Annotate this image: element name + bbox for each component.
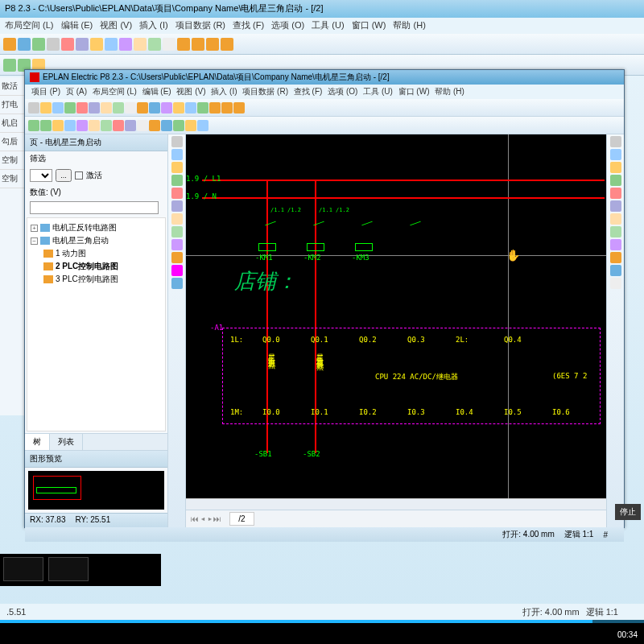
toolbar-icon[interactable] <box>18 38 31 51</box>
tool-icon[interactable] <box>610 200 621 212</box>
tool-icon[interactable] <box>171 188 183 199</box>
tool-icon[interactable] <box>171 136 183 147</box>
toolbar-icon[interactable] <box>163 38 175 51</box>
tool-icon[interactable] <box>171 162 183 173</box>
toolbar-icon[interactable] <box>61 38 74 51</box>
menu-page[interactable]: 页 (A) <box>66 87 87 96</box>
page-tree[interactable]: +电机正反转电路图 −电机星三角启动 1 动力图 2 PLC控制电路图 3 PL… <box>27 217 166 431</box>
tool-icon[interactable] <box>610 175 621 186</box>
tab-nav-arrows[interactable]: ⏮ ◀ ▶ ⏭ <box>186 514 226 523</box>
tb-icon[interactable] <box>101 120 112 131</box>
tb-icon[interactable] <box>89 102 100 114</box>
tool-icon[interactable] <box>610 188 621 199</box>
toolbar-icon[interactable] <box>192 38 204 51</box>
tb-icon[interactable] <box>76 102 88 114</box>
inner-toolbar-1[interactable] <box>25 99 624 117</box>
tb-icon[interactable] <box>197 102 208 114</box>
tb-icon[interactable] <box>113 120 124 131</box>
menu-edit[interactable]: 编辑 (E) <box>61 20 93 30</box>
stop-button[interactable]: 停止 <box>615 504 641 520</box>
toolbar-icon[interactable] <box>221 38 233 51</box>
menu-tools[interactable]: 工具 (U) <box>312 20 344 30</box>
value-input[interactable] <box>30 201 159 214</box>
toolbar-icon[interactable] <box>148 38 161 51</box>
outer-toolbar-1[interactable] <box>0 34 644 55</box>
menu-options[interactable]: 选项 (O) <box>271 20 304 30</box>
toolbar-icon[interactable] <box>206 38 219 51</box>
menu-window[interactable]: 窗口 (W) <box>352 20 386 30</box>
video-progress[interactable] <box>0 620 644 623</box>
tool-icon[interactable] <box>171 213 183 225</box>
right-toolbox[interactable] <box>606 134 624 527</box>
tree-node[interactable]: 3 PLC控制电路图 <box>31 273 162 286</box>
filter-select[interactable] <box>30 169 52 182</box>
tool-icon[interactable] <box>171 149 183 160</box>
thumb[interactable] <box>3 557 43 581</box>
menu-insert[interactable]: 插入 (I) <box>211 87 237 96</box>
tb-icon[interactable] <box>137 102 148 114</box>
tool-icon[interactable] <box>171 265 183 276</box>
canvas-tabs[interactable]: ⏮ ◀ ▶ ⏭ /2 <box>186 510 606 527</box>
tb-icon[interactable] <box>149 120 160 131</box>
tool-icon[interactable] <box>171 278 183 289</box>
thumb[interactable] <box>48 557 89 581</box>
menu-layout[interactable]: 布局空间 (L) <box>5 20 54 30</box>
video-controls[interactable]: 00:34 <box>0 620 644 644</box>
menu-view[interactable]: 视图 (V) <box>100 20 132 30</box>
tab-tree[interactable]: 树 <box>25 434 50 450</box>
menu-projectdata[interactable]: 项目数据 (R) <box>175 20 225 30</box>
tool-icon[interactable] <box>171 226 183 237</box>
tb-icon[interactable] <box>233 102 245 114</box>
tb-icon[interactable] <box>76 120 88 131</box>
menu-projectdata[interactable]: 项目数据 (R) <box>242 87 288 96</box>
tb-icon[interactable] <box>161 120 172 131</box>
tool-icon[interactable] <box>171 200 183 212</box>
menu-project[interactable]: 项目 (P) <box>31 87 60 96</box>
tool-icon[interactable] <box>171 252 183 263</box>
toolbar-icon[interactable] <box>90 38 103 51</box>
toolbar-icon[interactable] <box>3 59 16 72</box>
tb-icon[interactable] <box>64 120 76 131</box>
tb-icon[interactable] <box>125 102 136 114</box>
tool-icon[interactable] <box>610 239 621 250</box>
toolbar-icon[interactable] <box>32 38 45 51</box>
tb-icon[interactable] <box>173 102 184 114</box>
tb-icon[interactable] <box>113 102 124 114</box>
canvas-tab[interactable]: /2 <box>229 512 254 526</box>
menu-edit[interactable]: 编辑 (E) <box>142 87 171 96</box>
tab-list[interactable]: 列表 <box>50 434 83 450</box>
menu-find[interactable]: 查找 (F) <box>233 20 264 30</box>
tool-icon[interactable] <box>610 252 621 263</box>
toolbar-icon[interactable] <box>177 38 190 51</box>
hscrollbar[interactable] <box>186 498 606 510</box>
tool-icon[interactable] <box>610 213 621 225</box>
tb-icon[interactable] <box>149 102 160 114</box>
menu-options[interactable]: 选项 (O) <box>328 87 357 96</box>
tb-icon[interactable] <box>221 102 233 114</box>
schematic-canvas[interactable]: 1.9 / L1 1.9 / N /1.1 /1.2 /1.1 /1.2 -KM… <box>186 134 606 498</box>
tb-icon[interactable] <box>101 102 112 114</box>
menu-insert[interactable]: 插入 (I) <box>139 20 167 30</box>
tree-node[interactable]: 1 动力图 <box>31 247 162 260</box>
navigator-tabs[interactable]: 树 列表 <box>25 433 167 450</box>
tb-icon[interactable] <box>185 120 196 131</box>
tb-icon[interactable] <box>125 120 136 131</box>
tb-icon[interactable] <box>173 120 184 131</box>
toolbar-icon[interactable] <box>119 38 132 51</box>
inner-toolbar-2[interactable] <box>25 117 624 134</box>
left-toolbox[interactable] <box>168 134 186 527</box>
tool-icon[interactable] <box>610 226 621 237</box>
filter-more-button[interactable]: ... <box>56 169 72 182</box>
menu-find[interactable]: 查找 (F) <box>294 87 323 96</box>
tool-icon[interactable] <box>610 149 621 160</box>
tb-icon[interactable] <box>185 102 196 114</box>
tool-icon[interactable] <box>610 265 621 276</box>
tb-icon[interactable] <box>52 102 64 114</box>
tool-icon[interactable] <box>610 162 621 173</box>
tb-icon[interactable] <box>40 120 52 131</box>
tree-node[interactable]: −电机星三角启动 <box>31 234 162 247</box>
toolbar-icon[interactable] <box>3 38 16 51</box>
inner-menu-bar[interactable]: 项目 (P) 页 (A) 布局空间 (L) 编辑 (E) 视图 (V) 插入 (… <box>25 85 624 99</box>
inner-title-bar[interactable]: EPLAN Electric P8 2.3 - C:\Users\Public\… <box>25 70 624 85</box>
tree-node[interactable]: +电机正反转电路图 <box>31 221 162 234</box>
